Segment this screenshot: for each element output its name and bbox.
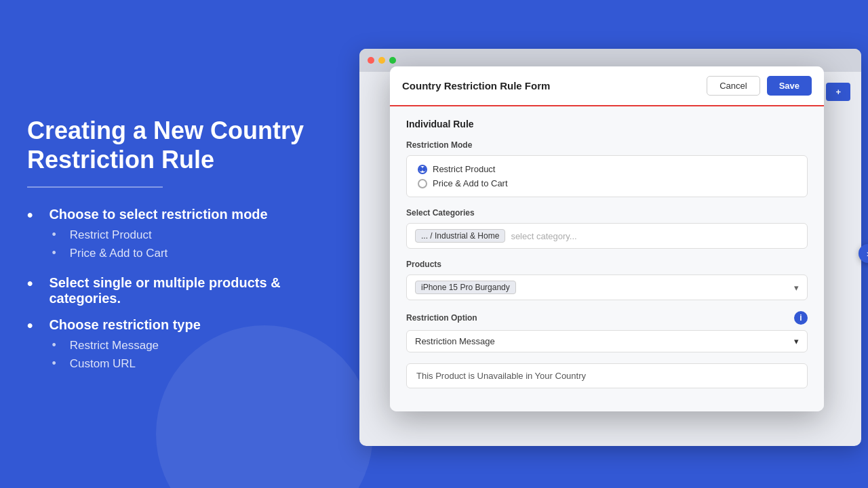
restriction-option-dropdown-wrapper: Restriction Message ▾ (406, 330, 808, 352)
restriction-option-dropdown[interactable]: Restriction Message ▾ (406, 330, 808, 352)
info-badge: i (794, 311, 808, 325)
sub-bullet-list-3: Restrict Message Custom URL (52, 338, 200, 371)
bullet-item-3: Choose restriction type Restrict Message… (27, 317, 305, 375)
bullet-text-2: Select single or multiple products & cat… (49, 275, 305, 306)
radio-price-add[interactable]: Price & Add to Cart (418, 178, 796, 188)
sub-bullet-text-3-2: Custom URL (70, 357, 136, 371)
right-panel: + Country Restriction Rule Form Cancel S… (332, 0, 868, 488)
modal-dialog: Country Restriction Rule Form Cancel Sav… (390, 66, 824, 411)
products-group: Products iPhone 15 Pro Burgandy ▾ (406, 260, 808, 300)
modal-body: Individual Rule Restriction Mode Restric… (390, 106, 824, 411)
left-panel: Creating a New Country Restriction Rule … (0, 0, 332, 488)
radio-label-restrict: Restrict Product (433, 164, 495, 174)
select-categories-label: Select Categories (406, 208, 808, 218)
sub-bullet-3-1: Restrict Message (52, 338, 200, 352)
restriction-mode-box: Restrict Product Price & Add to Cart (406, 155, 808, 197)
restriction-option-label: Restriction Option (406, 313, 477, 323)
category-tag: ... / Industrial & Home (415, 229, 505, 243)
restriction-option-row: Restriction Option i (406, 311, 808, 325)
category-placeholder: select category... (511, 231, 799, 241)
sub-bullet-text-3-1: Restrict Message (70, 339, 159, 352)
products-label: Products (406, 260, 808, 269)
bullet-item-2: Select single or multiple products & cat… (27, 275, 305, 306)
product-tag: iPhone 15 Pro Burgandy (415, 281, 516, 294)
scroll-arrow[interactable]: › (859, 244, 868, 263)
bullet-text-3: Choose restriction type (49, 317, 200, 332)
products-dropdown[interactable]: iPhone 15 Pro Burgandy ▾ (406, 274, 808, 300)
sub-bullet-list-1: Restrict Product Price & Add to Cart (52, 228, 267, 260)
save-button[interactable]: Save (767, 76, 812, 96)
restriction-option-value: Restriction Message (415, 336, 495, 346)
slide-title: Creating a New Country Restriction Rule (27, 116, 305, 174)
radio-circle-restrict (418, 165, 427, 174)
category-field[interactable]: ... / Industrial & Home select category.… (406, 223, 808, 249)
bullet-text-1: Choose to select restriction mode (49, 207, 267, 222)
modal-header-actions: Cancel Save (707, 76, 812, 96)
section-title: Individual Rule (406, 119, 808, 129)
modal-wrapper: Country Restriction Rule Form Cancel Sav… (346, 56, 868, 451)
sub-bullet-text-1-1: Restrict Product (70, 228, 152, 242)
sub-bullet-1-2: Price & Add to Cart (52, 246, 267, 260)
modal-header: Country Restriction Rule Form Cancel Sav… (390, 66, 824, 106)
restriction-dropdown-arrow: ▾ (794, 336, 799, 346)
select-categories-group: Select Categories ... / Industrial & Hom… (406, 208, 808, 249)
sub-bullet-3-2: Custom URL (52, 357, 200, 371)
radio-label-price: Price & Add to Cart (433, 178, 508, 188)
restriction-mode-group: Restriction Mode Restrict Product Price … (406, 140, 808, 197)
sub-bullet-1-1: Restrict Product (52, 228, 267, 242)
bullet-list: Choose to select restriction mode Restri… (27, 207, 305, 386)
bullet-item-1: Choose to select restriction mode Restri… (27, 207, 305, 264)
modal-title: Country Restriction Rule Form (402, 80, 550, 92)
radio-restrict-product[interactable]: Restrict Product (418, 164, 796, 174)
sub-bullet-text-1-2: Price & Add to Cart (70, 247, 168, 260)
restriction-option-group: Restriction Option i Restriction Message… (406, 311, 808, 352)
message-group: This Product is Unavailable in Your Coun… (406, 363, 808, 388)
cancel-button[interactable]: Cancel (707, 76, 760, 96)
title-divider (27, 186, 163, 188)
restriction-mode-label: Restriction Mode (406, 140, 808, 150)
radio-circle-price (418, 179, 427, 188)
products-dropdown-arrow: ▾ (794, 283, 799, 293)
message-field[interactable]: This Product is Unavailable in Your Coun… (406, 363, 808, 388)
